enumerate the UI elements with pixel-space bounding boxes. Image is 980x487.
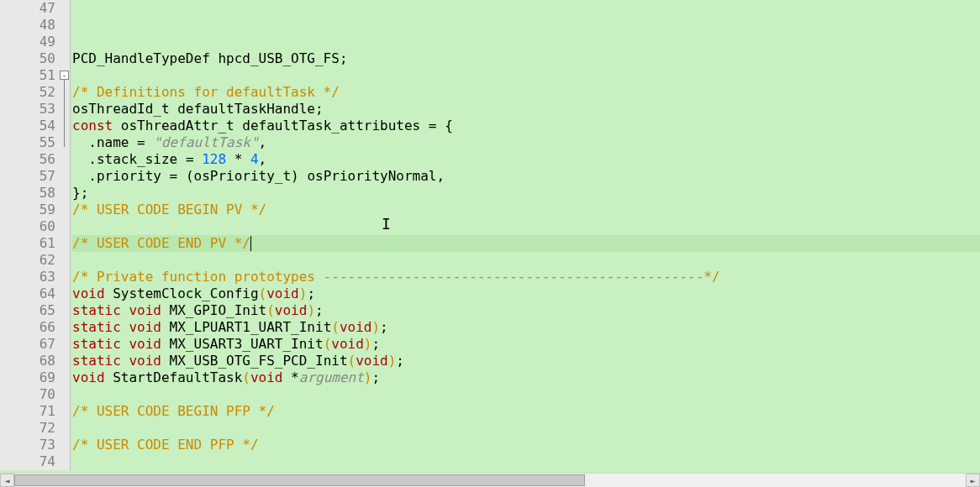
token: = (: [170, 168, 194, 184]
code-line[interactable]: osThreadId_t defaultTaskHandle;: [72, 101, 980, 118]
line-number: 62: [0, 252, 55, 269]
code-line[interactable]: .priority = (osPriority_t) osPriorityNor…: [72, 168, 980, 185]
code-line[interactable]: [72, 67, 980, 84]
token: 4: [250, 151, 259, 167]
scroll-left-arrow-icon[interactable]: ◄: [0, 474, 14, 487]
token: static void: [72, 353, 161, 369]
line-number: 63: [0, 269, 55, 285]
line-number: 72: [0, 420, 55, 437]
token: StartDefaultTask: [105, 369, 243, 385]
token: PCD_HandleTypeDef hpcd_USB_OTG_FS: [72, 50, 340, 66]
code-line[interactable]: static void MX_USB_OTG_FS_PCD_Init(void)…: [72, 353, 980, 369]
token: ;: [340, 50, 348, 66]
token: void: [266, 285, 299, 301]
line-number: 49: [0, 34, 55, 50]
code-line[interactable]: [72, 218, 980, 235]
token: ): [307, 302, 315, 318]
token: MX_LPUART1_UART_Init: [161, 319, 331, 335]
token: /* Definitions for defaultTask */: [72, 84, 340, 100]
code-line[interactable]: [72, 252, 980, 269]
token: MX_USART3_UART_Init: [161, 336, 324, 352]
code-line[interactable]: /* USER CODE END PV */: [72, 235, 980, 252]
scroll-track[interactable]: [14, 474, 966, 487]
code-line[interactable]: /* Private function prototypes ---------…: [72, 269, 980, 285]
token: /* USER CODE BEGIN PV */: [72, 202, 266, 217]
token: ;: [380, 319, 388, 335]
token: void: [331, 336, 364, 352]
code-line[interactable]: void SystemClock_Config(void);: [72, 285, 980, 302]
token: (: [324, 336, 332, 352]
code-line[interactable]: static void MX_LPUART1_UART_Init(void);: [72, 319, 980, 336]
scroll-thumb[interactable]: [14, 474, 585, 486]
code-line[interactable]: /* USER CODE BEGIN PV */: [72, 202, 980, 218]
token: ;: [396, 353, 404, 369]
token: name: [97, 134, 137, 150]
token: SystemClock_Config: [105, 285, 259, 301]
line-number: 70: [0, 386, 55, 403]
token: ,: [259, 134, 267, 150]
code-line[interactable]: const osThreadAttr_t defaultTask_attribu…: [72, 118, 980, 134]
code-line[interactable]: /* USER CODE BEGIN PFP */: [72, 403, 980, 420]
code-area[interactable]: I PCD_HandleTypeDef hpcd_USB_OTG_FS;/* D…: [71, 0, 980, 470]
token: ;: [307, 285, 315, 301]
line-number: 55: [0, 134, 55, 151]
token: ): [291, 168, 307, 184]
line-number: 67: [0, 336, 55, 353]
token: (: [331, 319, 340, 335]
line-number: 54: [0, 118, 55, 134]
line-number: 53: [0, 101, 55, 118]
code-line[interactable]: [72, 453, 980, 470]
token: 128: [202, 151, 226, 167]
token: "defaultTask": [153, 134, 258, 150]
token: osThreadId_t defaultTaskHandle: [72, 101, 315, 117]
token: [282, 369, 291, 385]
token: /* USER CODE END PV */: [72, 235, 250, 251]
code-editor[interactable]: 4748495051525354555657585960616263646566…: [0, 0, 980, 470]
token: void: [72, 369, 105, 385]
code-line[interactable]: static void MX_GPIO_Init(void);: [72, 302, 980, 319]
token: =: [137, 134, 153, 150]
horizontal-scrollbar[interactable]: ◄ ►: [0, 473, 980, 487]
line-number: 57: [0, 168, 55, 185]
token: ;: [315, 302, 324, 318]
line-number: 59: [0, 202, 55, 218]
scroll-right-arrow-icon[interactable]: ►: [966, 474, 980, 487]
code-line[interactable]: /* USER CODE END PFP */: [72, 437, 980, 453]
token: ): [299, 285, 308, 301]
code-line[interactable]: };: [72, 185, 980, 202]
token: ;: [371, 336, 380, 352]
fold-toggle-icon[interactable]: -: [60, 71, 69, 80]
token: ;: [371, 369, 380, 385]
token: .: [72, 134, 97, 150]
token: ): [388, 353, 397, 369]
code-line[interactable]: .stack_size = 128 * 4,: [72, 151, 980, 168]
line-number: 68: [0, 353, 55, 369]
token: .: [72, 151, 97, 167]
code-line[interactable]: /* Definitions for defaultTask */: [72, 84, 980, 101]
code-line[interactable]: void StartDefaultTask(void *argument);: [72, 369, 980, 386]
token: MX_USB_OTG_FS_PCD_Init: [161, 353, 348, 369]
code-line[interactable]: PCD_HandleTypeDef hpcd_USB_OTG_FS;: [72, 50, 980, 67]
token: /* USER CODE END PFP */: [72, 437, 259, 453]
token: void: [275, 302, 308, 318]
line-number: 48: [0, 17, 55, 34]
token: void: [72, 285, 105, 301]
code-line[interactable]: .name = "defaultTask",: [72, 134, 980, 151]
line-number: 74: [0, 453, 55, 470]
token: =: [186, 151, 202, 167]
token: ): [364, 336, 372, 352]
code-line[interactable]: [72, 420, 980, 437]
code-line[interactable]: [72, 386, 980, 403]
token: /* USER CODE BEGIN PFP */: [72, 403, 275, 419]
token: osThreadAttr_t defaultTask_attributes: [113, 118, 429, 134]
token: MX_GPIO_Init: [161, 302, 266, 318]
code-line[interactable]: static void MX_USART3_UART_Init(void);: [72, 336, 980, 353]
token: *: [291, 369, 299, 385]
token: osPriorityNormal: [307, 168, 436, 184]
fold-column[interactable]: -: [59, 0, 71, 470]
fold-guide: [64, 80, 65, 147]
token: ;: [315, 101, 324, 117]
token: void: [340, 319, 372, 335]
token: osPriority_t: [194, 168, 292, 184]
line-number: 50: [0, 50, 55, 67]
